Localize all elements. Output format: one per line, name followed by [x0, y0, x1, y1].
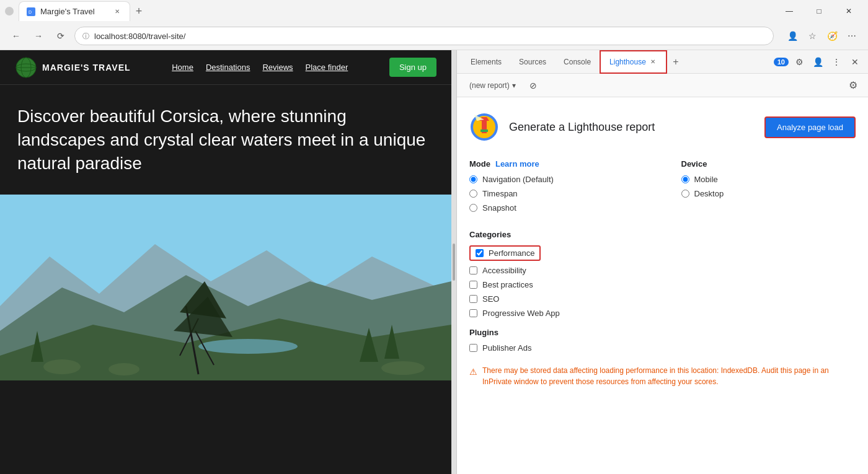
tab-close-btn[interactable]: ✕: [112, 7, 122, 17]
categories-section: Categories Performance Accessibility Bes…: [469, 230, 856, 318]
seo-label: SEO: [482, 294, 499, 304]
new-report-btn[interactable]: (new report) ▾: [464, 79, 521, 92]
close-button[interactable]: ✕: [835, 0, 863, 22]
new-devtools-tab[interactable]: +: [667, 53, 684, 71]
new-tab-btn[interactable]: +: [130, 2, 148, 20]
tab-title: Margie's Travel: [40, 7, 95, 16]
seo-option[interactable]: SEO: [469, 294, 856, 304]
maximize-button[interactable]: □: [805, 0, 833, 22]
lighthouse-tab-close[interactable]: ✕: [649, 58, 657, 66]
svg-rect-26: [480, 129, 488, 132]
lh-toolbar-right: ⚙: [846, 78, 861, 93]
minimize-button[interactable]: —: [775, 0, 804, 22]
plugins-label: Plugins: [469, 328, 856, 337]
best-practices-checkbox[interactable]: [469, 281, 477, 289]
devtools-right-controls: 10 ⚙ 👤 ⋮ ✕: [774, 54, 863, 70]
devtools-settings-btn[interactable]: ⚙: [791, 54, 807, 70]
profile-icon[interactable]: 👤: [784, 27, 801, 45]
device-mobile-option[interactable]: Mobile: [681, 175, 856, 184]
nav-place-finder[interactable]: Place finder: [306, 63, 348, 72]
warning-text: There may be stored data affecting loadi…: [482, 365, 856, 387]
nav-home[interactable]: Home: [172, 63, 193, 72]
tab-sources[interactable]: Sources: [510, 50, 555, 74]
device-mobile-label: Mobile: [694, 175, 718, 184]
site-nav-links: Home Destinations Reviews Place finder: [172, 63, 348, 72]
pwa-checkbox[interactable]: [469, 309, 477, 317]
lh-settings-btn[interactable]: ⚙: [846, 78, 861, 93]
device-mobile-radio[interactable]: [681, 175, 689, 183]
mode-snapshot-label: Snapshot: [482, 203, 516, 213]
pwa-label: Progressive Web App: [482, 309, 560, 318]
seo-checkbox[interactable]: [469, 295, 477, 303]
tab-bar: D Margie's Travel ✕ +: [19, 0, 775, 22]
mode-navigation-radio[interactable]: [469, 175, 477, 183]
lh-header: Generate a Lighthouse report Analyze pag…: [469, 112, 856, 142]
analyze-page-load-button[interactable]: Analyze page load: [764, 116, 856, 138]
window-circle: [5, 7, 14, 15]
window-controls-left: [5, 7, 14, 15]
performance-checkbox[interactable]: [476, 249, 484, 257]
mode-timespan-option[interactable]: Timespan: [469, 189, 644, 198]
tab-elements[interactable]: Elements: [462, 50, 510, 74]
devtools-user-btn[interactable]: 👤: [810, 54, 826, 70]
tab-console[interactable]: Console: [555, 50, 600, 74]
mode-timespan-radio[interactable]: [469, 190, 477, 198]
lighthouse-logo: [469, 112, 499, 142]
tab-lighthouse[interactable]: Lighthouse ✕: [600, 50, 667, 74]
mode-navigation-option[interactable]: Navigation (Default): [469, 175, 644, 184]
title-bar: D Margie's Travel ✕ + — □ ✕: [0, 0, 868, 22]
back-button[interactable]: ←: [7, 27, 25, 45]
site-logo-text: MARGIE'S TRAVEL: [42, 63, 131, 72]
device-desktop-radio[interactable]: [681, 190, 689, 198]
refresh-button[interactable]: ⟳: [52, 27, 69, 45]
svg-text:D: D: [29, 10, 32, 14]
more-menu-button[interactable]: ⋯: [843, 27, 861, 45]
clear-report-btn[interactable]: ⊘: [526, 78, 541, 93]
website-panel: MARGIE'S TRAVEL Home Destinations Review…: [0, 50, 451, 474]
mountain-scene-svg: [0, 195, 451, 380]
publisher-ads-checkbox[interactable]: [469, 344, 477, 352]
address-bar[interactable]: ⓘ localhost:8080/travel-site/: [74, 27, 774, 45]
pwa-option[interactable]: Progressive Web App: [469, 309, 856, 318]
accessibility-checkbox[interactable]: [469, 266, 477, 274]
warning-icon: ⚠: [469, 366, 477, 387]
device-desktop-label: Desktop: [694, 189, 724, 198]
performance-checkbox-option[interactable]: Performance: [469, 245, 541, 261]
signup-button[interactable]: Sign up: [389, 58, 436, 77]
mode-snapshot-radio[interactable]: [469, 204, 477, 212]
new-report-label: (new report): [469, 81, 510, 90]
hero-text: Discover beautiful Corsica, where stunni…: [17, 105, 434, 175]
warning-box: ⚠ There may be stored data affecting loa…: [469, 365, 856, 387]
lh-device-col: Device Mobile Desktop: [681, 159, 856, 217]
site-body: Discover beautiful Corsica, where stunni…: [0, 85, 451, 474]
plugins-section: Plugins Publisher Ads: [469, 328, 856, 353]
accessibility-label: Accessibility: [482, 266, 526, 275]
publisher-ads-option[interactable]: Publisher Ads: [469, 343, 856, 353]
scrollbar-thumb[interactable]: [453, 244, 455, 281]
favorites-icon[interactable]: ☆: [804, 27, 821, 45]
hero-section: Discover beautiful Corsica, where stunni…: [0, 85, 451, 195]
best-practices-option[interactable]: Best practices: [469, 280, 856, 289]
mode-snapshot-option[interactable]: Snapshot: [469, 203, 644, 213]
hero-image: [0, 195, 451, 380]
browser-toolbar-right: 👤 ☆ 🧭 ⋯: [784, 27, 861, 45]
site-logo: MARGIE'S TRAVEL: [15, 56, 131, 79]
nav-destinations[interactable]: Destinations: [206, 63, 250, 72]
devtools-close-btn[interactable]: ✕: [847, 54, 863, 70]
device-desktop-option[interactable]: Desktop: [681, 189, 856, 198]
browser-chrome: ← → ⟳ ⓘ localhost:8080/travel-site/ 👤 ☆ …: [0, 22, 868, 50]
accessibility-option[interactable]: Accessibility: [469, 266, 856, 275]
url-text: localhost:8080/travel-site/: [94, 32, 185, 41]
mode-label: Mode Learn more: [469, 159, 644, 169]
devtools-panel: Elements Sources Console Lighthouse ✕ + …: [456, 50, 868, 474]
extensions-icon[interactable]: 🧭: [823, 27, 841, 45]
browser-tab-active[interactable]: D Margie's Travel ✕: [19, 1, 130, 21]
devtools-more-btn[interactable]: ⋮: [828, 54, 844, 70]
nav-reviews[interactable]: Reviews: [262, 63, 293, 72]
lighthouse-toolbar: (new report) ▾ ⊘ ⚙: [457, 74, 868, 97]
scrollbar-divider: [451, 50, 456, 474]
console-badge: 10: [774, 58, 789, 66]
window-controls-right: — □ ✕: [775, 0, 863, 22]
forward-button[interactable]: →: [30, 27, 47, 45]
learn-more-link[interactable]: Learn more: [495, 159, 539, 169]
